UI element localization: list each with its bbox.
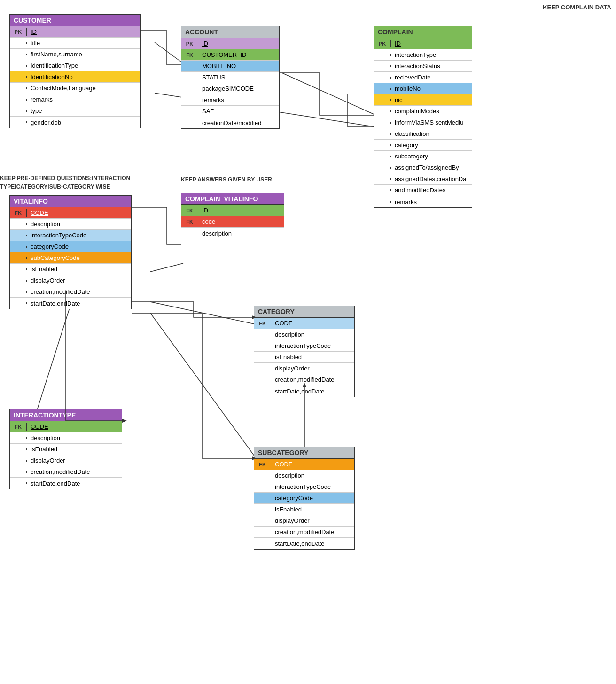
table-complain: COMPLAIN PK ID interactionType interacti…	[374, 26, 472, 208]
vitalinfo-row-itype: interactionTypeCode	[10, 230, 131, 241]
table-vitalinfo: VITALINFO FK CODE description interactio…	[9, 195, 132, 309]
account-row-mobileno: MOBILE NO	[181, 61, 279, 72]
itype-row-desc: description	[10, 432, 122, 444]
complain-row-moddates: and modifiedDates	[374, 185, 472, 196]
customer-field-id: ID	[27, 27, 140, 36]
category-row-dates: startDate,endDate	[254, 385, 354, 397]
itype-row-code: FK CODE	[10, 421, 122, 432]
account-row-customerid: FK CUSTOMER_ID	[181, 49, 279, 61]
category-row-enabled: isEnabled	[254, 352, 354, 363]
vitalinfo-row-code: FK CODE	[10, 207, 131, 219]
itype-row-dates: startDate,endDate	[10, 478, 122, 489]
svg-line-5	[150, 302, 256, 324]
vitalinfo-row-desc: description	[10, 219, 131, 230]
customer-pk-label: PK	[10, 28, 27, 36]
vitalinfo-row-enabled: isEnabled	[10, 264, 131, 275]
complainvital-row-code: FK code	[181, 216, 284, 228]
subcategory-row-dates: startDate,endDate	[254, 538, 354, 549]
subcategory-row-code: FK CODE	[254, 459, 354, 470]
table-account-header: ACCOUNT	[181, 26, 279, 38]
account-row-saf: SAF	[181, 106, 279, 117]
complain-row-class: classification	[374, 128, 472, 140]
customer-row-type: type	[10, 105, 140, 117]
table-subcategory-header: SUBCATEGORY	[254, 447, 354, 459]
table-subcategory: SUBCATEGORY FK CODE description interact…	[254, 447, 355, 550]
svg-line-3	[150, 263, 183, 272]
subcategory-row-display: displayOrder	[254, 515, 354, 527]
customer-row-idtype: IdentificationType	[10, 60, 140, 71]
customer-row-contact: ContactMode,Language	[10, 83, 140, 94]
customer-row-idno: IdentificationNo	[10, 71, 140, 83]
complain-row-cat: category	[374, 140, 472, 151]
category-row-creation: creation,modifiedDate	[254, 374, 354, 385]
table-category-header: CATEGORY	[254, 306, 354, 318]
customer-row-remarks: remarks	[10, 94, 140, 105]
subcategory-row-creation: creation,modifiedDate	[254, 527, 354, 538]
complainvital-row-desc: description	[181, 228, 284, 239]
itype-row-display: displayOrder	[10, 455, 122, 466]
complain-row-assigned: assignedTo/assignedBy	[374, 162, 472, 173]
complain-row-itype: interactionType	[374, 49, 472, 61]
complain-row-modes: complaintModes	[374, 106, 472, 117]
table-interactiontype: INTERACTIONTYPE FK CODE description isEn…	[9, 409, 122, 489]
vitalinfo-row-display: displayOrder	[10, 275, 131, 286]
subcategory-row-desc: description	[254, 470, 354, 481]
complain-row-mobile: mobileNo	[374, 83, 472, 94]
customer-row-title: title	[10, 38, 140, 49]
complain-row-id: PK ID	[374, 38, 472, 49]
vitalinfo-row-dates: startDate,endDate	[10, 298, 131, 309]
table-complainvital-header: COMPLAIN_VITALINFO	[181, 193, 284, 205]
complain-row-istatus: interactionStatus	[374, 61, 472, 72]
svg-line-6	[150, 313, 256, 458]
table-account: ACCOUNT PK ID FK CUSTOMER_ID MOBILE NO S…	[181, 26, 280, 129]
vitalinfo-row-catcode: categoryCode	[10, 241, 131, 252]
complain-row-nic: nic	[374, 94, 472, 106]
vitalinfo-row-creation: creation,modifiedDate	[10, 286, 131, 298]
category-row-display: displayOrder	[254, 363, 354, 374]
vitalinfo-row-subcatcode: subCategoryCode	[10, 252, 131, 264]
account-row-simcode: packageSIMCODE	[181, 83, 279, 94]
svg-line-1	[282, 73, 376, 115]
account-row-creation: creationDate/modified	[181, 117, 279, 128]
complain-row-inform: informViaSMS sentMediu	[374, 117, 472, 128]
customer-row-firstname: firstName,surname	[10, 49, 140, 60]
itype-row-enabled: isEnabled	[10, 444, 122, 455]
account-row-status: STATUS	[181, 72, 279, 83]
account-row-remarks: remarks	[181, 94, 279, 106]
subcategory-row-enabled: isEnabled	[254, 504, 354, 515]
customer-row-id: PK ID	[10, 26, 140, 38]
annotation-predefined: KEEP PRE-DEFINED QUESTIONS:INTERACTIONTY…	[0, 174, 130, 191]
complainvital-row-id: FK ID	[181, 205, 284, 216]
category-row-code: FK CODE	[254, 318, 354, 329]
table-complain-vitalinfo: COMPLAIN_VITALINFO FK ID FK code descrip…	[181, 193, 284, 239]
diagram-container: KEEP COMPLAIN DATA CUSTOMER PK ID title …	[0, 0, 616, 684]
table-category: CATEGORY FK CODE description interaction…	[254, 306, 355, 397]
complain-row-assigneddates: assignedDates,creationDa	[374, 173, 472, 185]
svg-line-0	[155, 42, 183, 63]
category-row-itype: interactionTypeCode	[254, 340, 354, 352]
table-complain-header: COMPLAIN	[374, 26, 472, 38]
customer-row-gender: gender,dob	[10, 117, 140, 128]
table-itype-header: INTERACTIONTYPE	[10, 409, 122, 421]
table-customer: CUSTOMER PK ID title firstName,surname I…	[9, 14, 141, 128]
itype-row-creation: creation,modifiedDate	[10, 466, 122, 478]
svg-line-4	[33, 291, 75, 423]
complain-row-recdate: recievedDate	[374, 72, 472, 83]
annotation-answers: KEEP ANSWERS GIVEN BY USER	[181, 176, 272, 183]
complain-row-remarks: remarks	[374, 196, 472, 207]
table-vitalinfo-header: VITALINFO	[10, 196, 131, 207]
annotation-keep-complain: KEEP COMPLAIN DATA	[543, 4, 611, 11]
account-row-id: PK ID	[181, 38, 279, 49]
complain-row-subcat: subcategory	[374, 151, 472, 162]
subcategory-row-catcode: categoryCode	[254, 493, 354, 504]
svg-marker-7	[122, 419, 127, 423]
subcategory-row-itype: interactionTypeCode	[254, 481, 354, 493]
table-customer-header: CUSTOMER	[10, 15, 140, 26]
category-row-desc: description	[254, 329, 354, 340]
